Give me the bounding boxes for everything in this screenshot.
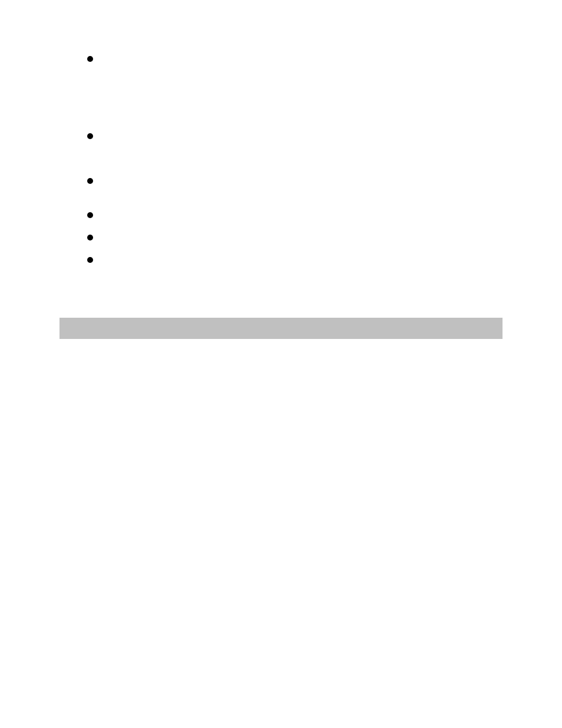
bullet-icon [87,212,93,218]
list-item [87,56,93,62]
divider-bar [59,318,503,339]
bullet-icon [87,178,93,184]
list-item [87,178,93,184]
list-item [87,235,93,241]
list-item [87,212,93,218]
list-item [87,133,93,139]
bullet-icon [87,257,93,263]
bullet-icon [87,235,93,241]
list-item [87,257,93,263]
bullet-list [87,56,93,263]
bullet-icon [87,56,93,62]
bullet-icon [87,133,93,139]
